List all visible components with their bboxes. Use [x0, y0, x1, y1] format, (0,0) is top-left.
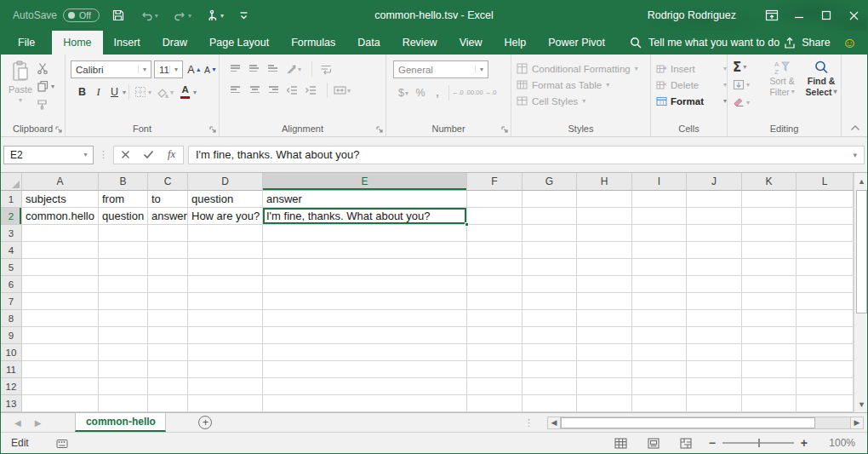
conditional-formatting-button[interactable]: Conditional Formatting ▾ — [517, 60, 650, 77]
cell-A9[interactable] — [22, 327, 99, 344]
font-color-dropdown-arrow[interactable]: ▾ — [193, 89, 197, 96]
copy-button[interactable]: ▾ — [37, 79, 54, 93]
cell-C12[interactable] — [148, 378, 188, 395]
scroll-right-arrow[interactable]: ▶ — [850, 417, 864, 429]
cell-C4[interactable] — [148, 242, 188, 259]
column-header-B[interactable]: B — [99, 173, 148, 191]
align-center-button[interactable] — [245, 82, 264, 99]
cell-D8[interactable] — [188, 310, 263, 327]
cell-K9[interactable] — [742, 327, 797, 344]
cell-D9[interactable] — [188, 327, 263, 344]
cell-I3[interactable] — [632, 225, 687, 242]
cell-G4[interactable] — [523, 242, 577, 259]
cell-J11[interactable] — [687, 361, 742, 378]
cell-K2[interactable] — [742, 208, 797, 225]
cell-I5[interactable] — [632, 259, 687, 276]
column-header-C[interactable]: C — [148, 173, 188, 191]
cell-C9[interactable] — [148, 327, 188, 344]
zoom-in-button[interactable]: + — [794, 436, 814, 450]
cell-D1[interactable]: question — [188, 191, 263, 208]
row-header-7[interactable]: 7 — [1, 293, 22, 310]
cell-J9[interactable] — [687, 327, 742, 344]
sort-filter-arrow[interactable]: ▾ — [791, 88, 795, 96]
minimize-button[interactable] — [785, 0, 813, 31]
cell-K7[interactable] — [742, 293, 797, 310]
formula-bar-expand-button[interactable]: ▾ — [853, 151, 857, 159]
cell-H6[interactable] — [577, 276, 632, 293]
sort-filter-button[interactable]: A Z Sort & Filter▾ — [762, 59, 802, 110]
sheet-tab-common-hello[interactable]: common-hello — [75, 413, 166, 432]
cell-L12[interactable] — [797, 378, 854, 395]
number-dialog-launcher[interactable] — [501, 126, 509, 134]
scroll-up-arrow[interactable]: ▲ — [855, 174, 868, 188]
cell-D4[interactable] — [188, 242, 263, 259]
cell-F2[interactable] — [467, 208, 523, 225]
cell-G8[interactable] — [523, 310, 577, 327]
cell-L2[interactable] — [797, 208, 854, 225]
feedback-smiley-icon[interactable]: ☺ — [842, 36, 857, 50]
cell-E9[interactable] — [263, 327, 467, 344]
percent-style-button[interactable]: % — [412, 84, 429, 101]
font-size-dropdown-arrow[interactable]: ▾ — [169, 66, 182, 73]
cell-F11[interactable] — [467, 361, 523, 378]
column-header-K[interactable]: K — [742, 173, 797, 191]
cell-K6[interactable] — [742, 276, 797, 293]
cell-F5[interactable] — [467, 259, 523, 276]
cell-K3[interactable] — [742, 225, 797, 242]
number-format-dropdown-arrow[interactable]: ▾ — [475, 66, 488, 73]
cell-styles-button[interactable]: Cell Styles ▾ — [517, 93, 650, 109]
cell-G3[interactable] — [523, 225, 577, 242]
ribbon-display-options-button[interactable] — [758, 0, 785, 31]
enter-entry-button[interactable] — [137, 147, 160, 164]
tell-me-search[interactable]: Tell me what you want to do — [630, 31, 779, 55]
font-size-combo[interactable]: 11 ▾ — [154, 60, 183, 78]
column-header-H[interactable]: H — [577, 173, 632, 191]
autosave-pill[interactable]: Off — [63, 9, 100, 22]
cell-I7[interactable] — [632, 293, 687, 310]
merge-center-dropdown-arrow[interactable]: ▾ — [347, 87, 351, 95]
column-header-D[interactable]: D — [188, 173, 263, 191]
cell-C13[interactable] — [148, 395, 188, 412]
cell-H13[interactable] — [577, 395, 632, 412]
cell-F1[interactable] — [467, 191, 523, 208]
cell-I6[interactable] — [632, 276, 687, 293]
merge-center-button[interactable]: ▾ — [330, 82, 354, 99]
maximize-button[interactable] — [813, 0, 840, 31]
cell-I8[interactable] — [632, 310, 687, 327]
cell-B13[interactable] — [99, 395, 148, 412]
cell-G9[interactable] — [523, 327, 577, 344]
cell-H4[interactable] — [577, 242, 632, 259]
cell-F8[interactable] — [467, 310, 523, 327]
cell-K4[interactable] — [742, 242, 797, 259]
cell-K1[interactable] — [742, 191, 797, 208]
orientation-dropdown-arrow[interactable]: ▾ — [298, 66, 301, 73]
cell-E11[interactable] — [263, 361, 467, 378]
font-dialog-launcher[interactable] — [209, 126, 217, 134]
insert-cells-button[interactable]: Insert ▾ — [656, 60, 727, 77]
cell-J8[interactable] — [687, 310, 742, 327]
cell-C11[interactable] — [148, 361, 188, 378]
increase-indent-button[interactable] — [301, 82, 320, 99]
column-header-G[interactable]: G — [523, 173, 577, 191]
cell-A3[interactable] — [22, 225, 99, 242]
cell-I2[interactable] — [632, 208, 687, 225]
copy-dropdown-arrow[interactable]: ▾ — [51, 83, 54, 90]
column-header-E[interactable]: E — [263, 173, 467, 191]
cell-C8[interactable] — [148, 310, 188, 327]
decrease-decimal-button[interactable]: .00 →.0 — [474, 84, 496, 101]
cell-H7[interactable] — [577, 293, 632, 310]
cell-A8[interactable] — [22, 310, 99, 327]
cell-B3[interactable] — [99, 225, 148, 242]
underline-button[interactable]: U — [106, 83, 123, 101]
cell-H9[interactable] — [577, 327, 632, 344]
zoom-slider[interactable] — [722, 442, 794, 444]
cell-J13[interactable] — [687, 395, 742, 412]
cell-D11[interactable] — [188, 361, 263, 378]
italic-button[interactable]: I — [90, 83, 106, 101]
cell-I13[interactable] — [632, 395, 687, 412]
sheetbar-splitter[interactable]: ⋮ — [524, 417, 534, 428]
row-header-12[interactable]: 12 — [1, 378, 22, 395]
insert-cells-arrow[interactable]: ▾ — [723, 65, 727, 72]
cell-F12[interactable] — [467, 378, 523, 395]
find-select-button[interactable]: Find & Select▾ — [802, 59, 841, 110]
